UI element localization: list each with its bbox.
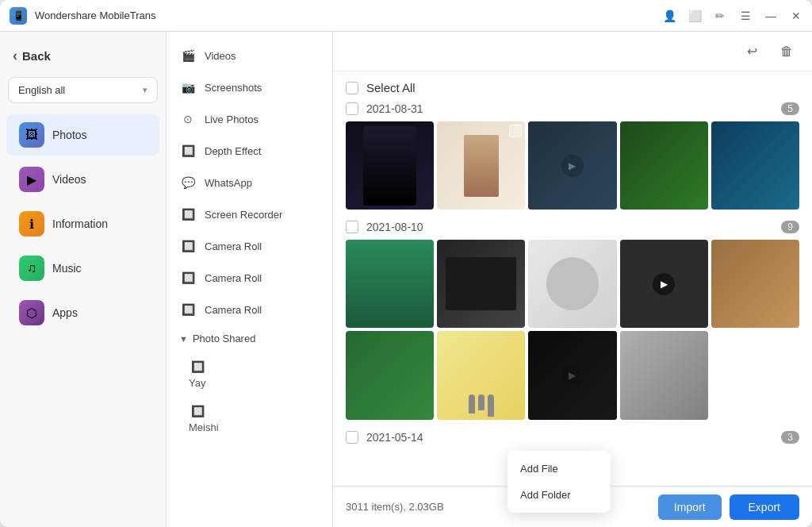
trash-button[interactable]: 🗑 <box>774 39 799 64</box>
photo-thumb[interactable] <box>711 121 799 210</box>
sub-label-screen-recorder: Screen Recorder <box>205 209 282 221</box>
sub-item-camera-roll-3[interactable]: 🔲 Camera Roll <box>167 294 332 325</box>
photos-area: Select All 2021-08-31 5 <box>333 71 812 486</box>
yay-sub-icon: 🔲 <box>189 358 206 375</box>
back-arrow-icon: ‹ <box>13 48 17 64</box>
window-square-icon[interactable]: ⬜ <box>688 10 701 22</box>
photos-grid-2b: ▶ <box>346 331 799 419</box>
depth-effect-sub-icon: 🔲 <box>179 142 197 160</box>
video-sub-icon: 🎬 <box>179 47 197 64</box>
photos-grid-2: ▶ <box>346 240 799 328</box>
music-nav-icon: ♫ <box>19 256 44 281</box>
photo-shared-header[interactable]: ▼ Photo Shared <box>167 325 332 352</box>
play-icon: ▶ <box>653 273 675 295</box>
photos-nav-icon: 🖼 <box>19 122 44 148</box>
account-icon[interactable]: 👤 <box>663 10 676 22</box>
sub-item-camera-roll-2[interactable]: 🔲 Camera Roll <box>167 262 332 294</box>
sub-item-screen-recorder[interactable]: 🔲 Screen Recorder <box>167 198 332 230</box>
date-count-2: 9 <box>781 221 799 233</box>
date-section-2021-05-14: 2021-05-14 3 <box>346 431 799 444</box>
photo-thumb[interactable] <box>528 240 616 328</box>
sub-item-screenshots[interactable]: 📷 Screenshots <box>167 71 332 103</box>
photo-thumb[interactable]: ▶ <box>620 240 708 328</box>
close-icon[interactable]: ✕ <box>790 10 802 22</box>
date-row-1: 2021-08-31 5 <box>346 102 799 115</box>
sub-label-yay: Yay <box>189 377 205 389</box>
info-nav-icon: ℹ <box>19 211 44 237</box>
photo-thumb[interactable] <box>620 121 708 210</box>
sidebar-item-information[interactable]: ℹ Information <box>6 203 159 244</box>
photo-thumb[interactable]: ▶ <box>528 121 616 210</box>
nav-label-apps: Apps <box>52 306 78 319</box>
videos-nav-icon: ▶ <box>19 167 44 192</box>
photo-thumb[interactable]: ▶ <box>528 331 616 419</box>
photo-thumb[interactable] <box>711 240 799 328</box>
chevron-down-icon: ▾ <box>143 85 147 95</box>
export-button[interactable]: Export <box>730 494 799 520</box>
sub-label-depth-effect: Depth Effect <box>205 145 261 157</box>
sub-label-camera-roll-2: Camera Roll <box>205 272 262 284</box>
select-all-row: Select All <box>346 81 799 94</box>
select-all-checkbox[interactable] <box>346 82 358 94</box>
date-label-1: 2021-08-31 <box>366 102 423 115</box>
edit-icon[interactable]: ✏ <box>714 10 726 22</box>
camera-roll-2-sub-icon: 🔲 <box>179 269 197 287</box>
context-add-folder[interactable]: Add Folder <box>508 482 611 508</box>
sub-label-videos: Videos <box>205 50 236 62</box>
whatsapp-sub-icon: 💬 <box>179 174 197 191</box>
sidebar-item-videos[interactable]: ▶ Videos <box>6 159 159 200</box>
sub-item-camera-roll-1[interactable]: 🔲 Camera Roll <box>167 230 332 262</box>
sub-item-whatsapp[interactable]: 💬 WhatsApp <box>167 167 332 198</box>
camera-roll-3-sub-icon: 🔲 <box>179 301 197 318</box>
minimize-icon[interactable]: — <box>764 10 777 22</box>
sub-label-camera-roll-3: Camera Roll <box>205 304 262 316</box>
sub-item-live-photos[interactable]: ⊙ Live Photos <box>167 103 332 135</box>
photo-thumb[interactable] <box>620 331 708 419</box>
screen-recorder-sub-icon: 🔲 <box>179 206 197 223</box>
context-add-file[interactable]: Add File <box>508 456 611 482</box>
photo-thumb[interactable] <box>437 240 525 328</box>
photos-grid-1: ▶ <box>346 121 799 210</box>
undo-button[interactable]: ↩ <box>739 39 764 64</box>
photo-thumb[interactable] <box>346 121 434 210</box>
back-button[interactable]: ‹ Back <box>0 41 166 77</box>
photo-thumb[interactable] <box>437 121 525 210</box>
app-icon: 📱 <box>10 7 27 25</box>
date-checkbox-3[interactable] <box>346 431 358 444</box>
photo-thumb[interactable] <box>346 240 434 328</box>
date-row-2: 2021-08-10 9 <box>346 221 799 233</box>
sidebar-item-apps[interactable]: ⬡ Apps <box>6 292 159 333</box>
device-dropdown[interactable]: English all ▾ <box>8 77 158 103</box>
import-button[interactable]: Import <box>658 494 722 520</box>
date-row-3: 2021-05-14 3 <box>346 431 799 444</box>
screenshot-sub-icon: 📷 <box>179 79 197 96</box>
sub-label-meishi: Meishi <box>189 421 219 433</box>
apps-nav-icon: ⬡ <box>19 300 44 325</box>
main-toolbar: ↩ 🗑 <box>333 32 812 71</box>
context-menu: Add File Add Folder <box>508 451 611 513</box>
sub-item-meishi[interactable]: 🔲 Meishi <box>167 396 332 440</box>
select-all-label: Select All <box>366 81 416 94</box>
date-section-2021-08-10: 2021-08-10 9 <box>346 221 799 419</box>
menu-icon[interactable]: ☰ <box>739 10 752 22</box>
sub-item-yay[interactable]: 🔲 Yay <box>167 352 332 396</box>
device-label: English all <box>18 84 65 96</box>
photo-shared-arrow-icon: ▼ <box>179 334 188 344</box>
date-checkbox-2[interactable] <box>346 221 358 233</box>
nav-label-photos: Photos <box>52 129 87 141</box>
sub-item-depth-effect[interactable]: 🔲 Depth Effect <box>167 135 332 167</box>
photo-thumb[interactable] <box>346 331 434 419</box>
app-title: Wondershare MobileTrans <box>35 10 663 21</box>
sidebar-item-music[interactable]: ♫ Music <box>6 248 159 289</box>
photo-thumb[interactable] <box>437 331 525 419</box>
main-layout: ‹ Back English all ▾ 🖼 Photos ▶ Videos ℹ… <box>0 32 812 527</box>
sub-label-camera-roll-1: Camera Roll <box>205 240 262 252</box>
nav-label-videos: Videos <box>52 173 86 186</box>
date-checkbox-1[interactable] <box>346 102 358 115</box>
live-photos-sub-icon: ⊙ <box>179 110 197 128</box>
sub-item-videos[interactable]: 🎬 Videos <box>167 40 332 71</box>
date-count-1: 5 <box>781 102 799 115</box>
sidebar-left: ‹ Back English all ▾ 🖼 Photos ▶ Videos ℹ… <box>0 32 167 527</box>
thumb-checkbox[interactable] <box>509 125 522 137</box>
sidebar-item-photos[interactable]: 🖼 Photos <box>6 114 159 156</box>
